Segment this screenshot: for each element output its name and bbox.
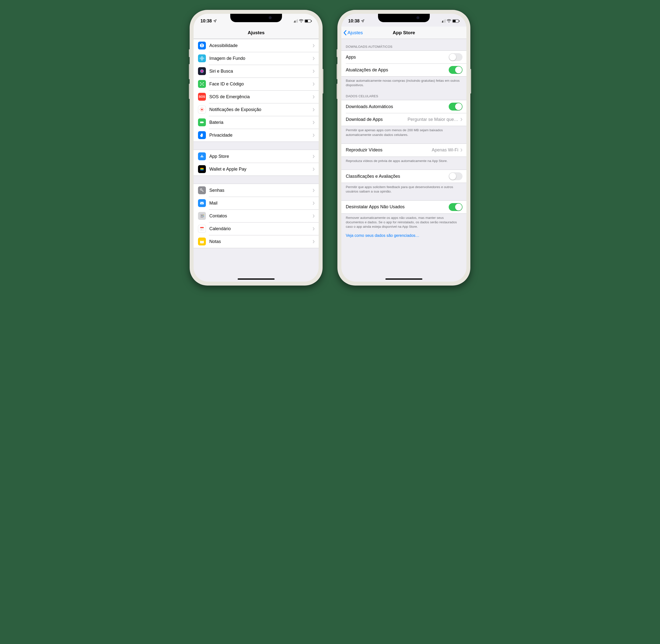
wifi-icon: [299, 19, 303, 23]
row-label: Downloads Automáticos: [346, 104, 449, 109]
appstore-icon: [198, 153, 206, 160]
notes-icon: [198, 237, 206, 246]
home-indicator[interactable]: [385, 278, 422, 280]
svg-point-18: [201, 111, 201, 111]
row-value: Perguntar se Maior que…: [408, 117, 458, 122]
location-icon: [361, 19, 364, 23]
svg-point-38: [201, 230, 201, 230]
signal-icon: [293, 19, 298, 23]
row-label: Imagem de Fundo: [209, 56, 313, 61]
manage-data-link[interactable]: Veja como seus dados são gerenciados…: [341, 230, 466, 239]
settings-row-imagem-de-fundo[interactable]: Imagem de Fundo: [194, 52, 319, 65]
page-title: Ajustes: [248, 30, 265, 36]
setting-row-desinstalar-apps-n-o-usados[interactable]: Desinstalar Apps Não Usados: [341, 201, 466, 213]
svg-point-0: [301, 22, 302, 22]
wifi-icon: [447, 19, 451, 23]
setting-row-classifica-es-e-avalia-es[interactable]: Classificações e Avaliações: [341, 170, 466, 183]
back-label: Ajustes: [347, 30, 363, 36]
svg-rect-22: [200, 168, 203, 169]
settings-row-bateria[interactable]: Bateria: [194, 116, 319, 129]
settings-row-mail[interactable]: Mail: [194, 197, 319, 209]
settings-row-siri-e-busca[interactable]: Siri e Busca: [194, 65, 319, 77]
signal-icon: [441, 19, 446, 23]
settings-row-acessibilidade[interactable]: Acessibilidade: [194, 39, 319, 52]
svg-point-26: [200, 189, 202, 190]
settings-list[interactable]: AcessibilidadeImagem de FundoSiri e Busc…: [194, 39, 319, 282]
setting-row-apps[interactable]: Apps: [341, 51, 466, 64]
row-label: Senhas: [209, 188, 313, 193]
svg-point-13: [202, 111, 202, 112]
svg-rect-24: [200, 169, 203, 170]
home-indicator[interactable]: [238, 278, 275, 280]
settings-row-wallet-e-apple-pay[interactable]: Wallet e Apple Pay: [194, 163, 319, 176]
nav-header: Ajustes: [194, 27, 319, 39]
settings-row-app-store[interactable]: App Store: [194, 150, 319, 163]
nav-header: Ajustes App Store: [341, 27, 466, 39]
setting-row-downloads-autom-ticos[interactable]: Downloads Automáticos: [341, 100, 466, 113]
setting-row-download-de-apps[interactable]: Download de AppsPerguntar se Maior que…: [341, 113, 466, 126]
notch: [230, 14, 282, 22]
page-title: App Store: [393, 30, 415, 36]
row-label: Calendário: [209, 226, 313, 231]
row-label: Face ID e Código: [209, 82, 313, 87]
svg-rect-31: [203, 215, 204, 216]
svg-point-12: [202, 107, 202, 108]
row-value: Apenas Wi-Fi: [432, 147, 458, 153]
settings-row-senhas[interactable]: Senhas: [194, 184, 319, 197]
row-label: SOS de Emergência: [209, 94, 313, 99]
svg-point-14: [200, 109, 200, 110]
faceid-icon: [198, 80, 206, 88]
section-footer: Baixar automaticamente novas compras (in…: [341, 76, 466, 88]
row-label: Siri e Busca: [209, 69, 313, 74]
svg-point-7: [203, 58, 204, 59]
toggle-switch[interactable]: [449, 66, 462, 74]
wallet-icon: [198, 165, 206, 173]
settings-row-sos-de-emerg-ncia[interactable]: SOSSOS de Emergência: [194, 90, 319, 103]
svg-point-29: [201, 215, 203, 216]
appstore-settings-list[interactable]: DOWNLOADS AUTOMÁTICOSAppsAtualizações de…: [341, 39, 466, 282]
toggle-switch[interactable]: [449, 172, 462, 180]
row-label: Apps: [346, 55, 449, 60]
settings-row-privacidade[interactable]: Privacidade: [194, 129, 319, 142]
settings-row-calend-rio[interactable]: Calendário: [194, 222, 319, 235]
section-footer: Remover automaticamente os apps não usad…: [341, 214, 466, 230]
back-button[interactable]: Ajustes: [343, 30, 363, 36]
battery-icon: [452, 19, 459, 23]
section-footer: Reproduza vídeos de prévia de apps autom…: [341, 157, 466, 164]
row-label: Acessibilidade: [209, 43, 313, 48]
phone-left: 10:38 Ajustes AcessibilidadeImagem de Fu…: [190, 10, 323, 285]
mail-icon: [198, 199, 206, 207]
setting-row-reproduzir-v-deos[interactable]: Reproduzir VídeosApenas Wi-Fi: [341, 144, 466, 157]
status-time: 10:38: [348, 19, 360, 24]
settings-row-notas[interactable]: Notas: [194, 235, 319, 248]
settings-row-notifica-es-de-exposi-o[interactable]: Notificações de Exposição: [194, 103, 319, 116]
row-label: Contatos: [209, 213, 313, 218]
svg-rect-21: [203, 122, 204, 122]
svg-point-6: [200, 58, 201, 59]
svg-point-8: [200, 69, 204, 73]
svg-point-37: [203, 229, 203, 229]
location-icon: [213, 19, 217, 23]
passwords-icon: [198, 186, 206, 194]
svg-point-15: [203, 109, 204, 110]
toggle-switch[interactable]: [449, 103, 462, 111]
privacy-icon: [198, 131, 206, 139]
svg-rect-27: [200, 202, 204, 204]
row-label: Mail: [209, 201, 313, 206]
toggle-switch[interactable]: [449, 203, 462, 211]
toggle-switch[interactable]: [449, 53, 462, 61]
battery-icon: [198, 118, 206, 126]
svg-rect-23: [200, 169, 203, 169]
svg-rect-32: [203, 216, 204, 217]
setting-row-atualiza-es-de-apps[interactable]: Atualizações de Apps: [341, 64, 466, 76]
row-label: Privacidade: [209, 133, 313, 138]
svg-rect-25: [200, 170, 203, 170]
row-label: Atualizações de Apps: [346, 67, 449, 73]
settings-row-contatos[interactable]: Contatos: [194, 209, 319, 222]
svg-point-17: [203, 108, 203, 109]
contacts-icon: [198, 212, 206, 220]
row-label: Bateria: [209, 120, 313, 125]
section-header: DADOS CELULARES: [341, 88, 466, 100]
settings-row-face-id-e-c-digo[interactable]: Face ID e Código: [194, 77, 319, 90]
row-label: Wallet e Apple Pay: [209, 167, 313, 172]
